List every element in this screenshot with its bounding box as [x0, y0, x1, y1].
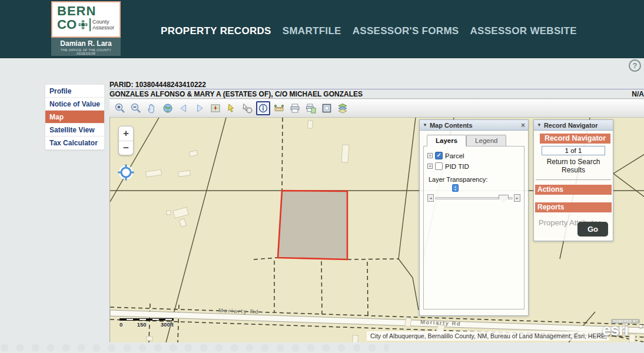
logo-text-co: CO	[57, 18, 77, 31]
full-extent-globe-icon[interactable]	[161, 101, 175, 115]
scale-bar-strip	[119, 318, 174, 321]
top-navigation: PROPERTY RECORDS SMARTFILE ASSESSOR'S FO…	[161, 25, 577, 37]
tab-legend[interactable]: Legend	[466, 135, 506, 146]
logo-name-band: Damian R. Lara THE OFFICE OF THE COUNTY …	[51, 38, 121, 56]
return-to-search-results-link[interactable]: Return to Search Results	[534, 158, 613, 174]
scale-zero: 0	[119, 321, 122, 328]
nav-smartfile[interactable]: SMARTFILE	[283, 25, 341, 37]
assessor-name: Damian R. Lara	[51, 39, 121, 48]
logo-text-county-assessor: CountyAssessor	[92, 19, 114, 31]
go-button[interactable]: Go	[577, 222, 608, 237]
scale-bar: 0 150 300ft	[119, 318, 174, 328]
sidebar-menu: Profile Notice of Value Map Satellite Vi…	[45, 84, 105, 150]
record-position-input[interactable]	[542, 146, 605, 155]
map-toolbar	[109, 99, 644, 118]
map-contents-title: Map Contents	[430, 122, 473, 129]
nav-assessor-website[interactable]: ASSESSOR WEBSITE	[470, 25, 576, 37]
select-pointer-icon[interactable]	[224, 101, 238, 115]
pid-tid-layer-checkbox[interactable]	[435, 162, 443, 170]
layer-row-parcel: + Parcel	[427, 152, 520, 159]
assessor-office-tagline: THE OFFICE OF THE COUNTY ASSESSOR	[51, 48, 121, 55]
sidebar-item-profile[interactable]: Profile	[45, 85, 104, 98]
help-icon[interactable]: ?	[629, 59, 641, 72]
parcel-layer-label: Parcel	[445, 152, 464, 159]
map-contents-titlebar[interactable]: ▼ Map Contents ×	[420, 120, 528, 131]
print-icon[interactable]	[288, 101, 302, 115]
pid-tid-layer-label: PID TID	[445, 163, 469, 170]
record-navigator-titlebar[interactable]: ▼ Record Navigator	[534, 120, 613, 131]
pan-hand-icon[interactable]	[145, 101, 159, 115]
identify-info-icon[interactable]	[256, 101, 270, 115]
record-navigator-title: Record Navigator	[544, 122, 598, 129]
my-location-icon[interactable]	[118, 164, 134, 181]
esri-logo: POWERED BY esri	[601, 319, 643, 342]
zoom-out-icon[interactable]	[129, 101, 143, 115]
layer-transparency-label: Layer Transparency:	[429, 176, 520, 183]
clear-selection-icon[interactable]	[240, 101, 254, 115]
sidebar-item-satellite-view[interactable]: Satellite View	[45, 124, 104, 136]
print-map-series-icon[interactable]	[304, 101, 318, 115]
logo-text-bern: BERN	[57, 5, 116, 18]
full-screen-icon[interactable]	[320, 101, 334, 115]
logo-card: BERN CO CountyAssessor	[51, 1, 121, 38]
esri-logo-dot	[639, 325, 642, 328]
transparency-spinner[interactable]: ▲▼	[452, 184, 459, 192]
slider-handle[interactable]	[499, 195, 509, 202]
next-extent-icon[interactable]	[192, 101, 207, 115]
expand-icon[interactable]: +	[427, 153, 433, 158]
zoom-in-icon[interactable]	[113, 101, 127, 115]
record-navigator-banner: Record Navigator	[540, 134, 610, 144]
slider-track[interactable]	[435, 197, 513, 199]
sidebar-item-notice-of-value[interactable]: Notice of Value	[45, 98, 104, 111]
slider-right-arrow-icon[interactable]: ▸	[514, 194, 520, 202]
sidebar-item-map[interactable]: Map	[45, 111, 104, 124]
parcel-map-canvas[interactable]: Moriarty Rd Moriarty Rd + − 0 150 300ft …	[109, 118, 644, 342]
collapse-caret-icon[interactable]: ▼	[423, 122, 427, 128]
map-contents-tabs: Layers Legend	[427, 135, 525, 146]
zia-sun-icon	[78, 20, 88, 29]
previous-extent-icon[interactable]	[177, 101, 191, 115]
map-zoom-in-button[interactable]: +	[119, 126, 133, 141]
record-status-value: N/A	[632, 89, 644, 98]
scale-mid: 150	[137, 321, 147, 328]
parcel-id: PARID: 103804448243410222	[109, 80, 644, 89]
map-zoom-out-button[interactable]: −	[119, 141, 133, 155]
actions-section-bar[interactable]: Actions	[535, 185, 612, 195]
overview-map-icon[interactable]	[208, 101, 223, 115]
map-contents-panel: ▼ Map Contents × Layers Legend + Parcel …	[419, 119, 529, 316]
expand-icon[interactable]: +	[427, 164, 433, 169]
close-icon[interactable]: ×	[521, 122, 525, 129]
slider-left-arrow-icon[interactable]: ◂	[427, 194, 434, 202]
map-zoom-control: + −	[118, 126, 134, 155]
layers-tab-content: + Parcel + PID TID Layer Transparency: ▲…	[423, 146, 525, 309]
sidebar-item-tax-calculator[interactable]: Tax Calculator	[45, 136, 104, 149]
nav-property-records[interactable]: PROPERTY RECORDS	[161, 25, 271, 37]
reports-section-bar[interactable]: Reports	[535, 202, 612, 212]
selected-parcel-highlight[interactable]	[278, 191, 347, 259]
collapse-caret-icon[interactable]: ▼	[537, 122, 542, 128]
scale-end: 300ft	[161, 321, 174, 328]
map-attribution: City of Albuquerque, Bernalillo County, …	[367, 331, 609, 341]
divider	[536, 179, 611, 180]
tab-layers[interactable]: Layers	[427, 135, 466, 146]
esri-brand: esri	[602, 321, 628, 339]
logo-divider	[89, 18, 91, 31]
decorative-dot-pattern	[0, 342, 389, 353]
record-header: PARID: 103804448243410222 GONZALES ALFON…	[109, 80, 644, 99]
bernco-assessor-logo[interactable]: BERN CO CountyAssessor Damian R. Lara TH…	[51, 1, 121, 56]
app-header: BERN CO CountyAssessor Damian R. Lara TH…	[0, 0, 644, 58]
layers-icon[interactable]	[336, 101, 350, 115]
parcel-layer-checkbox[interactable]	[435, 152, 443, 159]
owner-name: GONZALES ALFONSO & MARY A (ESTATES OF), …	[109, 89, 363, 98]
transparency-slider: ◂ ▸	[427, 194, 520, 202]
measure-icon[interactable]	[272, 101, 286, 115]
layer-row-pid-tid: + PID TID	[427, 162, 520, 170]
nav-assessors-forms[interactable]: ASSESSOR'S FORMS	[353, 25, 459, 37]
record-navigator-panel: ▼ Record Navigator Record Navigator Retu…	[533, 119, 613, 241]
